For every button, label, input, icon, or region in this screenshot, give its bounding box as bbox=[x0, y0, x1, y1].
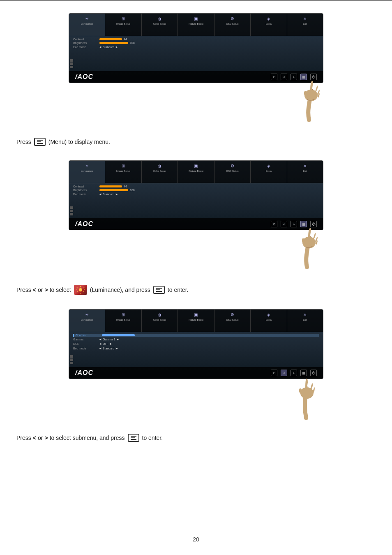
ctrl-left-2: < bbox=[281, 221, 287, 227]
monitor-bottom-bar-2: /AOC ⊙ < > ▦ ⏻ bbox=[69, 218, 323, 230]
osd-col-luminance: ☀ Luminance bbox=[69, 14, 105, 36]
menu-button-icon-2 bbox=[153, 286, 165, 294]
monitor-left-buttons-2 bbox=[70, 206, 73, 215]
chevron-left-icon-2: < bbox=[33, 287, 36, 293]
osd-label3-color: Color Setup bbox=[153, 319, 166, 321]
osd-label2-image: Image Setup bbox=[116, 170, 130, 172]
left-btn-7 bbox=[70, 355, 73, 358]
left-btn-2 bbox=[70, 62, 73, 65]
monitor-screen-1: ☀ Luminance ⊞ Image Setup ◑ Color Setup … bbox=[69, 13, 323, 83]
contrast-val-1: 44 bbox=[124, 38, 127, 41]
hand-svg-2 bbox=[293, 226, 325, 271]
osd-col3-luminance: ☀ Luminance bbox=[69, 310, 105, 332]
aoc-logo-2: /AOC bbox=[75, 220, 93, 228]
osd-row-brightness-2: Brightness 108 bbox=[73, 189, 319, 192]
svg-line-5 bbox=[77, 287, 78, 288]
bar-line-4 bbox=[156, 288, 162, 289]
bar-line-7 bbox=[131, 436, 136, 437]
osd-col2-osd: ⚙ OSD Setup bbox=[214, 161, 251, 183]
eco-arrow-left-3: ◄ bbox=[99, 347, 102, 350]
osd-col2-extra: ◈ Extra bbox=[251, 161, 287, 183]
osd-icon3-osd: ⚙ bbox=[228, 311, 237, 318]
ctrl-left-1: < bbox=[281, 74, 287, 80]
osd-col-image: ⊞ Image Setup bbox=[105, 14, 141, 36]
left-btn-1 bbox=[70, 59, 73, 62]
eco-label-3: Eco mode bbox=[73, 347, 98, 350]
svg-point-2 bbox=[79, 288, 82, 291]
osd-col3-osd: ⚙ OSD Setup bbox=[214, 310, 251, 332]
monitor-screen-2: ☀ Luminance ⊞ Image Setup ◑ Color Setup … bbox=[69, 160, 323, 230]
eco-arrow-right-2: ► bbox=[115, 192, 118, 196]
chevron-right-icon-3: > bbox=[44, 435, 48, 441]
brightness-label-2: Brightness bbox=[73, 189, 98, 192]
hand-pointer-2 bbox=[293, 226, 334, 271]
osd-menu-bar-2: ☀ Luminance ⊞ Image Setup ◑ Color Setup … bbox=[69, 161, 323, 183]
contrast-val-2: 44 bbox=[124, 185, 127, 188]
osd-icon-picture: ▣ bbox=[191, 15, 201, 22]
osd-label2-exit: Exit bbox=[303, 170, 307, 172]
left-btn-4 bbox=[70, 206, 73, 209]
eco-label-1: Eco mode bbox=[73, 46, 98, 49]
selected-label-3: Contrast bbox=[76, 334, 100, 337]
bar-line-9 bbox=[131, 439, 136, 440]
osd-row-eco-2: Eco mode ◄ Standard ► bbox=[73, 192, 319, 196]
osd-content-2: Contrast 44 Brightness 108 Eco mode ◄ St… bbox=[69, 183, 323, 199]
brightness-bar-2 bbox=[99, 189, 128, 191]
osd-icon-image: ⊞ bbox=[119, 15, 128, 22]
osd-icon3-picture: ▣ bbox=[191, 311, 201, 318]
caption-1: Press (Menu) to display menu. bbox=[16, 138, 110, 146]
caption-3-press: Press bbox=[16, 435, 31, 441]
dcr-arrow-left-3: ◄ bbox=[99, 342, 102, 346]
osd-label3-exit: Exit bbox=[303, 319, 307, 321]
monitor-screen-3: ☀ Luminance ⊞ Image Setup ◑ Color Setup … bbox=[69, 309, 323, 379]
osd-icon3-image: ⊞ bbox=[119, 311, 128, 318]
osd-icon-color: ◑ bbox=[155, 15, 164, 22]
osd-icon-exit: ✕ bbox=[300, 15, 309, 22]
osd-col3-picture: ▣ Picture Boost bbox=[178, 310, 214, 332]
section-1: ☀ Luminance ⊞ Image Setup ◑ Color Setup … bbox=[0, 13, 392, 146]
osd-label-image: Image Setup bbox=[116, 23, 130, 25]
brightness-label-1: Brightness bbox=[73, 42, 98, 44]
caption-3-middle: to select submenu, and press bbox=[50, 435, 125, 441]
osd-icon3-extra: ◈ bbox=[264, 311, 273, 318]
monitor-left-buttons-1 bbox=[70, 59, 73, 68]
caption-2-or: or bbox=[38, 287, 43, 293]
aoc-logo-1: /AOC bbox=[75, 73, 93, 81]
osd-col2-exit: ✕ Exit bbox=[287, 161, 323, 183]
osd-label2-luminance: Luminance bbox=[81, 170, 93, 172]
gamma-label-3: Gamma bbox=[73, 338, 98, 341]
monitor-left-buttons-3 bbox=[70, 355, 73, 364]
ctrl-menu-1: ⊙ bbox=[271, 74, 277, 80]
gamma-val-3: Gamma 1 bbox=[103, 338, 115, 341]
osd-row-gamma-3: Gamma ◄ Gamma 1 ► bbox=[73, 338, 319, 341]
hand-svg-1 bbox=[295, 79, 327, 124]
osd-col-osd: ⚙ OSD Setup bbox=[214, 14, 251, 36]
menu-button-icon-1 bbox=[34, 138, 46, 146]
eco-label-2: Eco mode bbox=[73, 193, 98, 196]
luminance-svg bbox=[76, 286, 85, 294]
aoc-logo-3: /AOC bbox=[75, 369, 93, 377]
monitor-display-3: ☀ Luminance ⊞ Image Setup ◑ Color Setup … bbox=[69, 309, 323, 379]
osd-label-picture: Picture Boost bbox=[189, 23, 203, 25]
osd-col2-picture: ▣ Picture Boost bbox=[178, 161, 214, 183]
dcr-label-3: DCR bbox=[73, 342, 98, 345]
menu-bar-icon-1 bbox=[37, 140, 43, 144]
osd-col-extra: ◈ Extra bbox=[251, 14, 287, 36]
caption-1-middle: (Menu) to display menu. bbox=[48, 139, 110, 145]
osd-col3-exit: ✕ Exit bbox=[287, 310, 323, 332]
left-btn-8 bbox=[70, 358, 73, 361]
svg-line-6 bbox=[83, 291, 84, 292]
contrast-bar-1 bbox=[99, 38, 122, 40]
eco-arrow-left-2: ◄ bbox=[99, 192, 102, 196]
hand-pointer-1 bbox=[295, 79, 336, 124]
osd-icon2-exit: ✕ bbox=[300, 162, 309, 169]
section-3: ☀ Luminance ⊞ Image Setup ◑ Color Setup … bbox=[0, 309, 392, 442]
brightness-val-1: 108 bbox=[130, 42, 135, 44]
osd-label-osd: OSD Setup bbox=[226, 23, 238, 25]
osd-label-luminance: Luminance bbox=[81, 23, 93, 25]
caption-2: Press < or > to select (Luminanc bbox=[16, 285, 188, 295]
bar-line-5 bbox=[156, 289, 160, 290]
menu-bar-icon-2 bbox=[156, 288, 162, 292]
eco-arrow-right-1: ► bbox=[115, 45, 118, 49]
osd-menu-bar-3: ☀ Luminance ⊞ Image Setup ◑ Color Setup … bbox=[69, 310, 323, 332]
